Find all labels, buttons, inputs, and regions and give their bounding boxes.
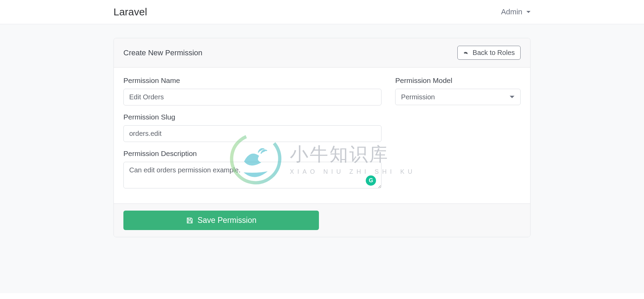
permission-model-select[interactable]: Permission <box>395 89 521 105</box>
permission-description-label: Permission Description <box>123 150 381 158</box>
card-body: Permission Name Permission Slug Permissi… <box>114 68 530 203</box>
chevron-down-icon <box>526 11 531 13</box>
permission-model-label: Permission Model <box>395 76 521 85</box>
user-label: Admin <box>501 8 522 16</box>
brand-link[interactable]: Laravel <box>113 6 147 18</box>
back-button-label: Back to Roles <box>473 49 515 57</box>
reply-all-icon <box>463 50 469 56</box>
save-button-label: Save Permission <box>198 216 257 225</box>
permission-slug-input[interactable] <box>123 125 381 142</box>
permission-name-label: Permission Name <box>123 76 381 85</box>
permission-card: Create New Permission Back to Roles Perm… <box>113 38 531 237</box>
card-header: Create New Permission Back to Roles <box>114 38 530 68</box>
permission-model-group: Permission Model Permission <box>395 76 521 105</box>
permission-slug-label: Permission Slug <box>123 113 381 121</box>
back-to-roles-button[interactable]: Back to Roles <box>457 46 521 60</box>
save-icon <box>186 217 193 224</box>
permission-description-input[interactable] <box>123 162 381 188</box>
permission-name-group: Permission Name <box>123 76 381 105</box>
permission-slug-group: Permission Slug <box>123 113 381 142</box>
navbar: Laravel Admin <box>0 0 644 24</box>
card-footer: Save Permission <box>114 203 530 237</box>
user-dropdown[interactable]: Admin <box>501 8 531 16</box>
permission-name-input[interactable] <box>123 89 381 105</box>
permission-description-group: Permission Description G <box>123 150 381 190</box>
page-body: Create New Permission Back to Roles Perm… <box>0 24 644 293</box>
card-title: Create New Permission <box>123 48 202 57</box>
save-permission-button[interactable]: Save Permission <box>123 211 319 230</box>
